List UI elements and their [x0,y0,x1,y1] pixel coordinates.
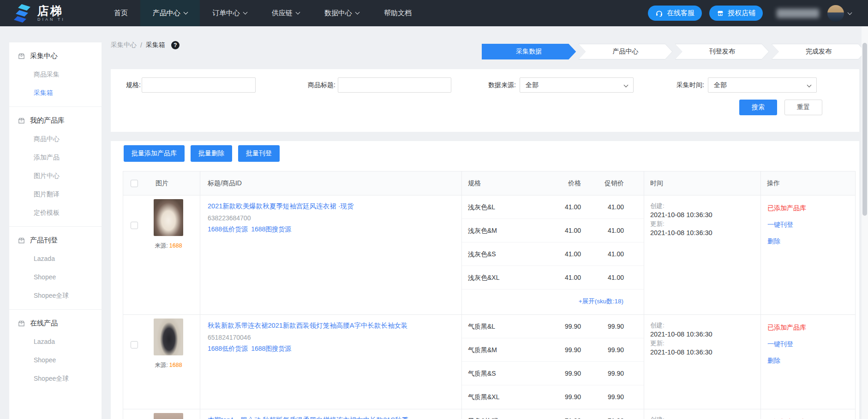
row-time-cell: 创建: [644,409,761,419]
spec-input[interactable] [142,77,256,93]
search-button[interactable]: 搜索 [739,100,777,115]
row-title-cell: 秋装新款系带连衣裙2021新款西装领灯笼袖高腰A字中长款长袖女装65182417… [200,315,462,409]
sidebar-item-0-1[interactable]: 采集箱 [9,83,102,102]
image-search-source-link[interactable]: 1688图搜货源 [251,345,291,352]
product-title-link[interactable]: 本期top1一眼心动 秋韩版气质温柔黑白拼接连衣裙女中长款21S秋季 [208,415,450,419]
nav-item-4[interactable]: 数据中心 [312,0,371,26]
sku-row: 浅灰色&S41.0041.00 [462,242,644,266]
batch-delete-button[interactable]: 批量删除 [191,145,232,162]
authorize-shop-button[interactable]: 授权店铺 [709,6,763,21]
nav-item-1[interactable]: 产品中心 [140,0,200,26]
step-3[interactable]: 完成发布 [772,44,866,59]
nav-item-5[interactable]: 帮助文档 [371,0,424,26]
product-title-input[interactable] [338,77,451,93]
collect-time-select[interactable]: 全部 [708,77,817,93]
low-price-source-link[interactable]: 1688低价货源 [208,345,248,352]
sidebar-section-title-0[interactable]: 采集中心 [9,47,102,65]
delete-link[interactable]: 删除 [767,356,855,365]
sidebar-item-1-0[interactable]: 商品中心 [9,130,102,148]
user-account[interactable] [777,5,851,22]
authorize-shop-label: 授权店铺 [728,9,755,18]
sidebar-section-title-3[interactable]: 在线产品 [9,314,102,332]
sidebar-item-1-2[interactable]: 图片中心 [9,166,102,185]
sku-promo-price: 71.93 [581,409,624,419]
row-checkbox[interactable] [131,341,138,348]
sidebar-item-3-1[interactable]: Shopee [9,351,102,369]
sidebar-item-3-0[interactable]: Lazada [9,332,102,351]
app-logo[interactable]: 店梯 DIAN TI [14,4,102,23]
scrollbar-thumb[interactable] [862,43,867,216]
sku-spec: 浅灰色&M [462,219,541,242]
row-time-cell: 创建:2021-10-08 10:36:30更新:2021-10-08 10:3… [644,315,761,409]
breadcrumb: 采集中心 / 采集箱 ? [111,41,180,50]
sku-spec: 气质黑&XL [462,385,541,409]
sku-spec: 浅灰色&XL [462,266,541,289]
sku-spec: 浅灰色&S [462,242,541,266]
step-body: 完成发布 [772,44,865,59]
sidebar-item-2-0[interactable]: Lazada [9,249,102,268]
box-icon [18,319,25,327]
product-image [154,319,183,355]
delete-link[interactable]: 删除 [767,236,855,246]
time-value: 2021-10-08 10:36:30 [650,210,760,219]
sku-promo-price: 41.00 [581,242,624,266]
nav-item-0[interactable]: 首页 [102,0,140,26]
online-support-button[interactable]: 在线客服 [648,6,702,21]
nav-item-label: 订单中心 [212,9,240,18]
sidebar-section-title-2[interactable]: 产品刊登 [9,231,102,249]
filter-panel: 规格: 商品标题: 数据来源: 全部 采集时间: 全部 搜索 重置 [111,69,859,132]
logo-subtitle: DIAN TI [37,17,65,22]
row-sku-cell: 黑色&均码71.9371.93 [462,409,644,419]
help-icon[interactable]: ? [171,41,180,49]
box-icon [18,236,25,244]
username-redacted [777,9,819,18]
reset-button[interactable]: 重置 [784,100,822,115]
sidebar-item-0-0[interactable]: 商品采集 [9,65,102,83]
batch-publish-button[interactable]: 批量刊登 [238,145,280,162]
collection-table-panel: 批量添加产品库批量删除批量刊登 图片 标题/商品ID 规格 价格 促销价 时间 … [111,141,859,419]
nav-item-2[interactable]: 订单中心 [200,0,259,26]
step-2[interactable]: 刊登发布 [675,44,769,59]
spec-filter-label: 规格: [111,77,141,93]
sku-price: 41.00 [541,266,581,289]
image-search-source-link[interactable]: 1688图搜货源 [251,225,291,233]
sidebar-item-2-1[interactable]: Shopee [9,268,102,286]
batch-add-to-library-button[interactable]: 批量添加产品库 [124,145,185,162]
sidebar-item-1-4[interactable]: 定价模板 [9,203,102,222]
title-filter-label: 商品标题: [263,77,335,93]
product-title-link[interactable]: 秋装新款系带连衣裙2021新款西装领灯笼袖高腰A字中长款长袖女装 [208,321,450,330]
row-select-cell [123,315,145,409]
product-id: 651824170046 [208,334,450,341]
nav-item-3[interactable]: 供应链 [259,0,312,26]
sidebar-item-1-1[interactable]: 添加产品 [9,148,102,166]
expand-skus-link[interactable]: +展开(sku数:18) [462,289,644,314]
added-to-library-status: 已添加产品库 [767,323,855,332]
low-price-source-link[interactable]: 1688低价货源 [208,225,248,233]
step-body: 采集数据 [482,44,575,59]
table-row: 来源:1688秋装新款系带连衣裙2021新款西装领灯笼袖高腰A字中长款长袖女装6… [123,315,855,409]
source-select[interactable]: 全部 [520,77,634,93]
sidebar-item-2-2[interactable]: Shopee全球 [9,286,102,305]
one-click-publish-link[interactable]: 一键刊登 [767,339,855,348]
select-all-checkbox[interactable] [131,180,138,187]
one-click-publish-link[interactable]: 一键刊登 [767,220,855,229]
source-select-value: 全部 [526,81,539,89]
sidebar-section-title-1[interactable]: 我的产品库 [9,111,102,130]
logo-icon [14,4,32,23]
breadcrumb-parent[interactable]: 采集中心 [111,41,137,49]
sidebar-item-1-3[interactable]: 图片翻译 [9,185,102,203]
row-checkbox[interactable] [131,222,138,229]
product-title-link[interactable]: 2021新款欧美爆款秋夏季短袖宫廷风连衣裙 ·现货 [208,201,450,211]
sku-spec: 浅灰色&L [462,195,541,218]
sidebar-section-label: 在线产品 [30,319,58,328]
main-nav: 首页产品中心订单中心供应链数据中心帮助文档 [102,0,424,26]
online-support-label: 在线客服 [667,9,694,18]
step-0[interactable]: 采集数据 [482,44,576,59]
sidebar-item-3-2[interactable]: Shopee全球 [9,369,102,388]
product-image [154,199,183,236]
step-1[interactable]: 产品中心 [578,44,672,59]
chevron-down-icon [296,10,300,15]
box-icon [18,117,25,124]
sku-promo-price: 41.00 [581,219,624,242]
row-time-cell: 创建:2021-10-08 10:36:30更新:2021-10-08 10:3… [644,195,761,314]
